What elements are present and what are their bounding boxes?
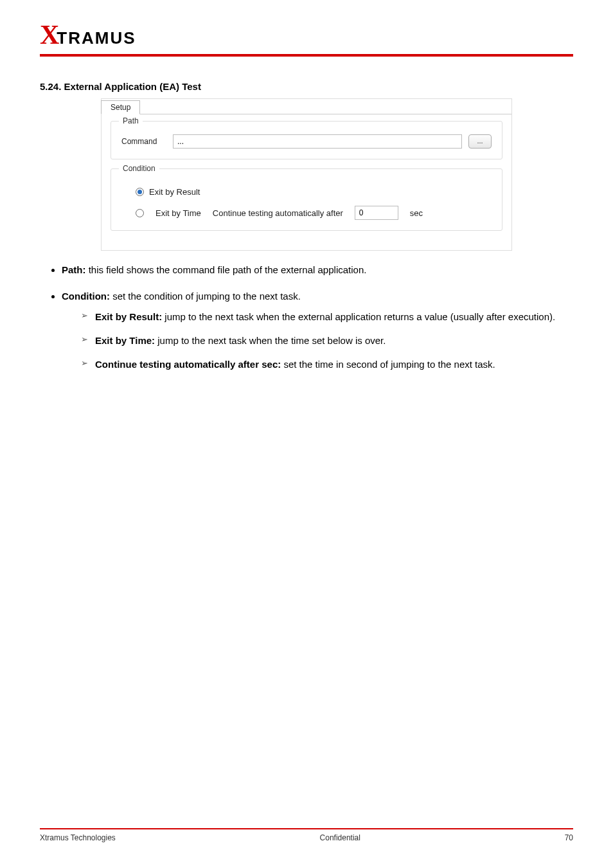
- footer-left: Xtramus Technologies: [40, 833, 116, 842]
- footer-right: 70: [565, 833, 573, 842]
- arrow-continue-text: set the time in second of jumping to the…: [281, 359, 495, 370]
- arrow-exit-by-result-label: Exit by Result:: [95, 311, 162, 322]
- command-label: Command: [121, 137, 166, 146]
- ui-screenshot: Setup Path Command ... Condition Exit by…: [101, 98, 512, 251]
- bullet-path-text: this field shows the command file path o…: [86, 264, 367, 275]
- browse-button[interactable]: ...: [468, 134, 492, 149]
- radio-exit-by-result[interactable]: [136, 188, 144, 196]
- page-footer: Xtramus Technologies Confidential 70: [40, 828, 573, 842]
- logo-rest: TRAMUS: [57, 28, 136, 48]
- arrow-continue: Continue testing automatically after sec…: [81, 357, 573, 372]
- bullet-condition-text: set the condition of jumping to the next…: [110, 291, 301, 302]
- time-input[interactable]: [355, 206, 398, 220]
- group-condition: Condition Exit by Result Exit by Time Co…: [111, 168, 502, 231]
- bullet-condition-label: Condition:: [62, 291, 110, 302]
- group-path-title: Path: [119, 116, 143, 125]
- arrow-exit-by-time-text: jump to the next task when the time set …: [155, 335, 386, 346]
- sec-label: sec: [410, 208, 423, 218]
- bullet-path: Path: this field shows the command file …: [62, 262, 573, 277]
- arrow-list: Exit by Result: jump to the next task wh…: [81, 309, 573, 372]
- arrow-exit-by-time-label: Exit by Time:: [95, 335, 155, 346]
- page-header: X TRAMUS: [40, 0, 573, 57]
- radio-exit-by-result-row[interactable]: Exit by Result: [136, 187, 492, 197]
- group-condition-title: Condition: [119, 164, 159, 173]
- arrow-exit-by-result-text: jump to the next task when the external …: [162, 311, 555, 322]
- footer-mid: Confidential: [320, 833, 360, 842]
- bullet-list: Path: this field shows the command file …: [62, 262, 573, 372]
- arrow-continue-label: Continue testing automatically after sec…: [95, 359, 281, 370]
- radio-exit-by-time-row[interactable]: Exit by Time Continue testing automatica…: [136, 206, 492, 220]
- tab-bar: Setup: [102, 99, 511, 114]
- radio-exit-by-time[interactable]: [136, 209, 144, 217]
- command-input[interactable]: [173, 134, 462, 149]
- logo-x: X: [40, 19, 58, 50]
- section-title: 5.24. External Application (EA) Test: [40, 81, 573, 92]
- footer-divider: [40, 828, 573, 829]
- arrow-exit-by-time: Exit by Time: jump to the next task when…: [81, 333, 573, 348]
- radio-exit-by-time-label: Exit by Time: [155, 208, 201, 218]
- tab-setup[interactable]: Setup: [101, 100, 140, 114]
- logo: X TRAMUS: [40, 19, 573, 50]
- group-path: Path Command ...: [111, 121, 502, 159]
- continue-label: Continue testing automatically after: [213, 208, 343, 218]
- arrow-exit-by-result: Exit by Result: jump to the next task wh…: [81, 309, 573, 324]
- bullet-path-label: Path:: [62, 264, 86, 275]
- bullet-condition: Condition: set the condition of jumping …: [62, 289, 573, 372]
- radio-exit-by-result-label: Exit by Result: [149, 187, 200, 197]
